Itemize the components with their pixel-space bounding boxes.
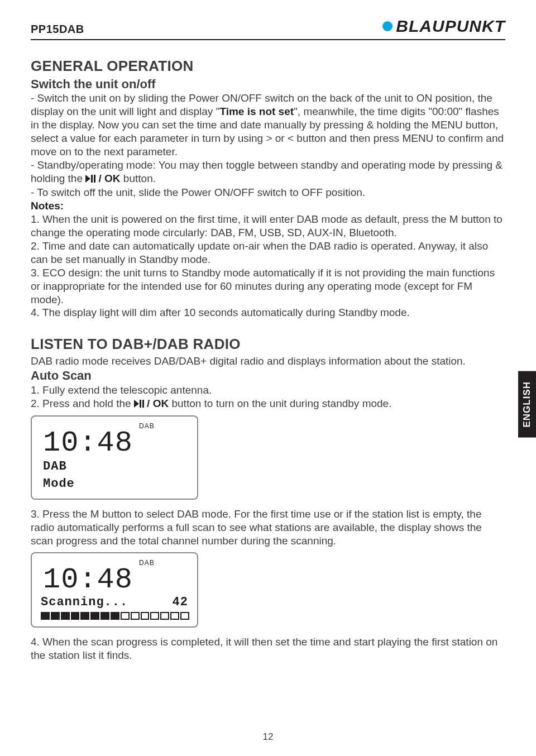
- step-3: 3. Press the M button to select DAB mode…: [31, 508, 505, 548]
- note-4: 4. The display light will dim after 10 s…: [31, 306, 505, 319]
- note-3: 3. ECO design: the unit turns to Standby…: [31, 266, 505, 307]
- section-general-operation-title: GENERAL OPERATION: [31, 57, 505, 75]
- note-1: 1. When the unit is powered on the first…: [31, 213, 505, 240]
- brand-logo: BLAUPUNKT: [382, 17, 505, 36]
- page-number: 12: [0, 731, 536, 743]
- paragraph-power-on: - Switch the unit on by sliding the Powe…: [31, 92, 505, 159]
- svg-rect-4: [140, 400, 141, 408]
- lcd-scanning-text: Scanning...: [41, 595, 128, 610]
- lcd-progress-bar: [41, 612, 189, 620]
- brand-name: BLAUPUNKT: [396, 17, 505, 36]
- notes-label: Notes:: [31, 199, 505, 213]
- step-4: 4. When the scan progress is completed, …: [31, 635, 505, 662]
- content: GENERAL OPERATION Switch the unit on/off…: [31, 57, 505, 662]
- subtitle-switch-onoff: Switch the unit on/off: [31, 76, 505, 92]
- svg-marker-0: [85, 175, 90, 183]
- lcd-scan-count: 42: [173, 595, 188, 610]
- svg-rect-1: [91, 175, 93, 183]
- dab-intro: DAB radio mode receives DAB/DAB+ digital…: [31, 355, 505, 368]
- text: 2. Press and hold the: [31, 398, 134, 409]
- text-bold: / OK: [95, 173, 120, 184]
- step-1: 1. Fully extend the telescopic antenna.: [31, 384, 505, 397]
- lcd-time: 10:48: [43, 567, 189, 594]
- svg-marker-3: [134, 400, 139, 408]
- subtitle-autoscan: Auto Scan: [31, 368, 505, 384]
- lcd-line2: Mode: [43, 476, 189, 492]
- page-header: PP15DAB BLAUPUNKT: [31, 17, 505, 40]
- section-dab-title: LISTEN TO DAB+/DAB RADIO: [31, 335, 505, 353]
- lcd-line1: DAB: [43, 459, 189, 475]
- text-bold: Time is not set: [219, 106, 294, 117]
- play-pause-icon: [134, 398, 144, 411]
- play-pause-icon: [85, 173, 95, 186]
- lcd-display-scanning: DAB 10:48 Scanning... 42: [31, 552, 198, 628]
- model-code: PP15DAB: [31, 23, 84, 36]
- lcd-tag: DAB: [139, 422, 189, 430]
- language-tab: ENGLISH: [518, 371, 536, 438]
- note-2: 2. Time and date can automatically updat…: [31, 240, 505, 266]
- paragraph-switch-off: - To switch off the unit, slide the Powe…: [31, 186, 505, 199]
- text: button.: [121, 173, 156, 184]
- lcd-display-dab-mode: DAB 10:48 DAB Mode: [31, 415, 198, 500]
- step-2: 2. Press and hold the / OK button to tur…: [31, 397, 505, 411]
- lcd-time: 10:48: [43, 430, 189, 457]
- brand-dot-icon: [382, 21, 393, 31]
- text: button to turn on the unit during standb…: [169, 398, 391, 409]
- paragraph-standby: - Standby/operating mode: You may then t…: [31, 159, 505, 186]
- lcd-tag: DAB: [139, 559, 189, 567]
- text-bold: / OK: [144, 398, 169, 409]
